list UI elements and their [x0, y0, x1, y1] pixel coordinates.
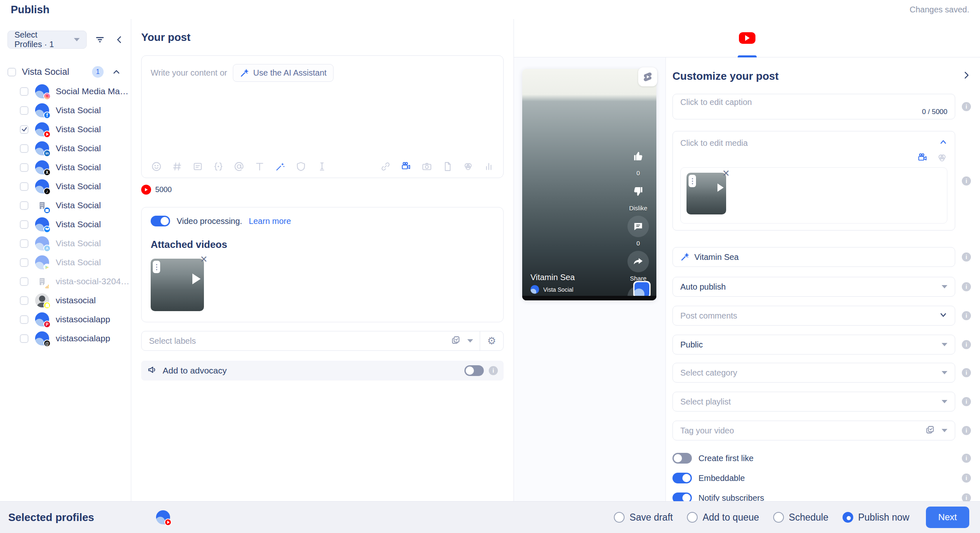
select-labels-field[interactable]: Select labels ⚙	[141, 331, 504, 351]
share-icon[interactable]	[627, 251, 649, 272]
profile-checkbox[interactable]	[20, 163, 28, 172]
ai-wand-icon[interactable]	[275, 161, 286, 172]
profile-group-header[interactable]: Vista Social 1	[0, 64, 131, 79]
create-first-like-toggle[interactable]	[672, 453, 692, 464]
video-icon[interactable]	[400, 161, 412, 172]
save-draft-radio[interactable]: Save draft	[614, 512, 673, 523]
tab-youtube[interactable]	[731, 19, 764, 57]
next-button[interactable]: Next	[926, 507, 969, 528]
group-checkbox[interactable]	[7, 68, 16, 76]
profile-checkbox[interactable]	[20, 334, 28, 343]
embeddable-toggle[interactable]	[672, 473, 692, 483]
profile-row[interactable]: Vista Social	[0, 101, 131, 120]
schedule-radio[interactable]: Schedule	[773, 512, 829, 523]
profile-checkbox[interactable]	[20, 144, 28, 153]
add-video-icon[interactable]	[917, 152, 928, 163]
publish-mode-select[interactable]: Auto publish	[672, 277, 955, 297]
profile-row[interactable]: Vista Social	[0, 139, 131, 158]
media-thumbnail[interactable]: ✕	[686, 173, 726, 214]
profile-selector-dropdown[interactable]: Select Profiles · 1	[7, 31, 87, 49]
learn-more-link[interactable]: Learn more	[249, 217, 291, 226]
like-icon[interactable]	[627, 145, 649, 167]
caption-field[interactable]: Click to edit caption 0 / 5000	[672, 94, 955, 119]
profile-row[interactable]: Vista Social	[0, 120, 131, 139]
add-to-queue-radio[interactable]: Add to queue	[687, 512, 759, 523]
category-info-icon[interactable]: i	[962, 368, 971, 377]
publish-mode-info-icon[interactable]: i	[962, 282, 971, 291]
video-processing-toggle[interactable]	[151, 216, 170, 226]
embeddable-info-icon[interactable]: i	[962, 474, 971, 483]
chevron-up-icon[interactable]	[109, 65, 123, 79]
media-library-venn-icon[interactable]	[936, 152, 947, 163]
advocacy-info-icon[interactable]: i	[489, 366, 498, 375]
profile-checkbox[interactable]	[20, 182, 28, 191]
chart-icon[interactable]	[483, 161, 494, 172]
visibility-info-icon[interactable]: i	[962, 340, 971, 349]
link-icon[interactable]	[380, 161, 391, 172]
profile-row[interactable]: vistasocial	[0, 291, 131, 310]
visibility-select[interactable]: Public	[672, 335, 955, 355]
dislike-icon[interactable]	[627, 181, 649, 202]
video-title-field[interactable]: Vitamin Sea	[672, 247, 955, 267]
selected-profile-avatar[interactable]	[156, 510, 170, 524]
mention-icon[interactable]	[233, 161, 244, 172]
chevron-right-icon[interactable]	[962, 71, 971, 81]
title-info-icon[interactable]: i	[962, 252, 971, 262]
text-format-icon[interactable]	[254, 161, 265, 172]
profile-checkbox-checked[interactable]	[20, 125, 28, 134]
notify-info-icon[interactable]: i	[962, 493, 971, 501]
media-edit-label[interactable]: Click to edit media	[680, 138, 939, 148]
profile-row[interactable]: Vista Social	[0, 196, 131, 215]
variables-icon[interactable]	[213, 161, 224, 172]
profile-checkbox[interactable]	[20, 87, 28, 96]
shield-icon[interactable]	[295, 161, 306, 172]
playlist-info-icon[interactable]: i	[962, 397, 971, 406]
publish-now-radio[interactable]: Publish now	[843, 512, 909, 523]
hashtag-icon[interactable]	[171, 161, 182, 172]
filter-icon[interactable]	[94, 33, 106, 47]
venn-icon[interactable]	[462, 161, 473, 172]
media-info-icon[interactable]: i	[962, 176, 971, 186]
labels-settings-gear-icon[interactable]: ⚙	[480, 335, 503, 347]
notify-subscribers-toggle[interactable]	[672, 493, 692, 501]
drag-handle-icon[interactable]	[153, 261, 160, 273]
profile-checkbox[interactable]	[20, 106, 28, 115]
profile-checkbox[interactable]	[20, 220, 28, 229]
profile-checkbox[interactable]	[20, 239, 28, 248]
profile-row[interactable]: Social Media Managem...	[0, 82, 131, 101]
playlist-select[interactable]: Select playlist	[672, 392, 955, 412]
remove-media-icon[interactable]: ✕	[722, 169, 730, 178]
comments-icon[interactable]	[627, 216, 649, 237]
profile-checkbox[interactable]	[20, 315, 28, 324]
pillar-icon[interactable]	[316, 161, 327, 172]
remove-video-icon[interactable]: ✕	[200, 255, 208, 264]
copy-tags-icon[interactable]	[925, 425, 935, 436]
copy-labels-icon[interactable]	[451, 335, 461, 347]
tags-info-icon[interactable]: i	[962, 426, 971, 435]
labels-dropdown-icon[interactable]	[467, 339, 473, 343]
comments-info-icon[interactable]: i	[962, 311, 971, 320]
first-like-info-icon[interactable]: i	[962, 454, 971, 463]
emoji-icon[interactable]	[151, 161, 162, 172]
profile-row[interactable]: Vista Social	[0, 215, 131, 234]
profile-row[interactable]: Vista Social	[0, 177, 131, 196]
caption-info-icon[interactable]: i	[962, 102, 971, 111]
profile-row[interactable]: vistasocialapp	[0, 329, 131, 348]
camera-icon[interactable]	[421, 161, 432, 172]
profile-row-disabled[interactable]: vista-social-320412	[0, 272, 131, 291]
advocacy-toggle[interactable]	[464, 365, 484, 376]
category-select[interactable]: Select category	[672, 363, 955, 383]
post-editor[interactable]: Write your content or Use the AI Assista…	[141, 55, 504, 178]
snippet-icon[interactable]	[192, 161, 203, 172]
profile-row-disabled[interactable]: Vista Social	[0, 234, 131, 253]
profile-checkbox[interactable]	[20, 258, 28, 267]
profile-row[interactable]: vistasocialapp	[0, 310, 131, 329]
post-comments-select[interactable]: Post comments	[672, 306, 955, 326]
collapse-sidebar-icon[interactable]	[113, 33, 125, 47]
tags-dropdown-icon[interactable]	[942, 429, 947, 432]
drag-handle-icon[interactable]	[689, 175, 696, 187]
collapse-media-chevron-icon[interactable]	[939, 138, 947, 148]
document-icon[interactable]	[442, 161, 453, 172]
profile-checkbox[interactable]	[20, 296, 28, 305]
tags-field[interactable]: Tag your video	[672, 421, 955, 440]
